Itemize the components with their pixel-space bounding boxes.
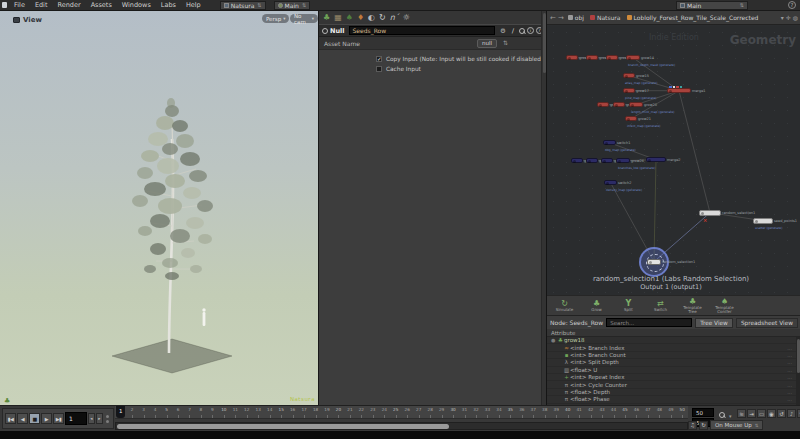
playhead-marker[interactable]: 1	[116, 406, 125, 418]
gear-icon[interactable]: ⚙	[499, 27, 507, 35]
recook-icon[interactable]: ↻	[379, 14, 386, 22]
help-icon[interactable]: ?	[788, 1, 796, 9]
geometry-icon[interactable]: ♠	[346, 14, 353, 22]
range-caret-icon[interactable]: ▾	[729, 413, 732, 419]
menu-assets[interactable]: Assets	[86, 1, 117, 9]
shelf-tool-switch[interactable]: ⇄Switch	[647, 297, 674, 314]
breadcrumb-natsura[interactable]: Natsura	[588, 12, 623, 23]
menu-file[interactable]: File	[9, 1, 30, 9]
right-pane-selector[interactable]: Main ⇅	[676, 1, 748, 10]
forward-arrow-icon[interactable]: →	[558, 14, 564, 22]
shelf-tool-grow[interactable]: ♣Grow	[583, 297, 610, 314]
current-frame-field[interactable]: 1	[65, 412, 87, 425]
row-options[interactable]: ...	[787, 389, 792, 395]
network-node-grow15[interactable]: grow15atlas_map (generate)	[623, 73, 635, 78]
tab-tree-view[interactable]: Tree View	[695, 318, 733, 328]
tab-spreadsheet-view[interactable]: Spreadsheet View	[736, 318, 798, 328]
attribute-row[interactable]: ▪<int> Branch Count...	[547, 352, 796, 359]
asset-name-button[interactable]: null	[477, 39, 497, 48]
timeline-scroll-track[interactable]	[115, 422, 688, 430]
viewport-view-menu[interactable]: View	[13, 16, 42, 24]
desktop-stepper-icon[interactable]: ⇅	[257, 2, 261, 8]
shelf-tool-split[interactable]: YSplit	[615, 297, 642, 314]
network-node-random_selection1[interactable]: random_selection1	[647, 259, 661, 265]
shelf-tool-template-tree[interactable]: ♣Template Tree	[679, 297, 706, 314]
network-node-grow21[interactable]: grow21infect_map (generate)	[625, 116, 637, 121]
network-node-grow26[interactable]: grow26branches_low (generate)	[616, 158, 630, 163]
network-node-switch2[interactable]: switch2density_map (generate)	[604, 180, 617, 185]
go-end-button[interactable]: ▶▮	[53, 413, 64, 424]
network-node-grow18[interactable]: grow18	[597, 102, 609, 107]
natsura-tree-icon[interactable]: ♣	[323, 14, 330, 22]
projection-button[interactable]: Persp ▾	[262, 14, 289, 23]
follow-playhead-icon[interactable]: ⇥	[747, 409, 756, 418]
menu-edit[interactable]: Edit	[30, 1, 53, 9]
refresh-icon[interactable]: ↻	[699, 421, 708, 430]
pen-icon[interactable]: /	[509, 27, 517, 35]
menu-windows[interactable]: Windows	[117, 1, 156, 9]
node-info-icon[interactable]: n´	[390, 14, 399, 22]
network-node-grow19[interactable]: grow19	[613, 102, 625, 107]
sim-cache-icon[interactable]: ≋	[737, 409, 746, 418]
network-editor[interactable]: Indie Edition Geometry grow11grow12grow1…	[547, 26, 800, 295]
network-node-grow11[interactable]: grow11	[566, 55, 578, 60]
attribute-row[interactable]: ▥<float> U...	[547, 367, 796, 374]
row-options[interactable]: ...	[787, 374, 792, 380]
attribute-row[interactable]: π<float> Depth...	[547, 389, 796, 396]
network-node-grow17[interactable]: grow17pine_map (generate)	[623, 88, 635, 93]
search-icon[interactable]	[519, 28, 525, 34]
breadcrumb-loblolly_forest_row_tile_scale_corrected[interactable]: Loblolly_Forest_Row_Tile_Scale_Corrected	[625, 12, 761, 23]
next-frame-button[interactable]: ▸	[96, 413, 103, 424]
speaker-icon[interactable]: ♫	[688, 421, 697, 430]
row-options[interactable]: ...	[787, 396, 792, 402]
attribute-scrollbar[interactable]	[796, 337, 800, 405]
camera-button[interactable]: No cam ▾	[290, 14, 318, 23]
update-mode-dropdown[interactable]: On Mouse Up ⇅	[710, 420, 763, 430]
row-options[interactable]: ...	[787, 382, 792, 388]
info-icon[interactable]: i	[527, 27, 534, 34]
back-arrow-icon[interactable]: ←	[550, 14, 556, 22]
network-node-merge2[interactable]: merge2	[646, 157, 666, 162]
prev-frame-button[interactable]: ◂	[88, 413, 95, 424]
go-start-button[interactable]: ▮◀	[5, 413, 16, 424]
menu-labs[interactable]: Labs	[156, 1, 181, 9]
checkbox-cache-input[interactable]	[376, 66, 382, 72]
asset-stepper-icon[interactable]: ⇅	[503, 39, 508, 46]
network-node-random_selection1[interactable]: random_selection1	[699, 210, 721, 216]
end-frame-field[interactable]: 50	[692, 408, 714, 417]
network-node-grow12[interactable]: grow12	[586, 55, 598, 60]
frame-ruler[interactable]: 1234567891011121314151617181920212223242…	[115, 406, 688, 419]
character-icon[interactable]: ♦	[357, 14, 364, 22]
attribute-row[interactable]: +<int> Repeat Index...	[547, 374, 796, 381]
timeline-scroll-thumb[interactable]	[117, 424, 449, 429]
caret-down-icon[interactable]: ▾	[781, 14, 784, 21]
scene-viewport[interactable]: View Persp ▾ No cam ▾ Natsura ♣	[0, 11, 318, 405]
dopnet-icon[interactable]: ▭	[757, 409, 766, 418]
network-node-grow23[interactable]: grow23	[571, 158, 583, 163]
stop-button[interactable]: ■	[29, 413, 40, 424]
network-node-grow24[interactable]: grow24	[586, 158, 598, 163]
menu-help[interactable]: Help	[181, 1, 206, 9]
loop-mode-icon[interactable]: ↺	[777, 409, 786, 418]
realtime-toggle-icon[interactable]: ◉	[767, 409, 776, 418]
network-node-grow14[interactable]: grow14branch_depth_mask (generate)	[626, 55, 640, 60]
node-name-field[interactable]: Seeds_Row	[349, 26, 495, 35]
pin-icon[interactable]: ✛	[786, 14, 791, 21]
desktop-selector[interactable]: Natsura ⇅	[220, 1, 266, 10]
network-node-switch1[interactable]: switch1dbg_map (generate)	[603, 140, 616, 145]
shelf-tool-simulate[interactable]: ↻Simulate	[551, 297, 578, 314]
shelf-tool-template-conifer[interactable]: ♠Template Conifer	[711, 297, 738, 314]
attribute-row[interactable]: π<int> Cycle Counter...	[547, 381, 796, 388]
menu-render[interactable]: Render	[52, 1, 85, 9]
render-view-icon[interactable]: ▦	[334, 14, 342, 22]
globe-icon[interactable]: ◍	[793, 14, 798, 21]
pane-selector[interactable]: Main ⇅	[274, 1, 311, 10]
breadcrumb-obj[interactable]: obj	[566, 12, 586, 23]
right-pane-stepper-icon[interactable]: ⇅	[740, 2, 744, 8]
attribute-search-input[interactable]: Search...	[606, 318, 692, 327]
audio-scrub-icon[interactable]: ♪	[787, 409, 796, 418]
range-zoom-icon[interactable]	[719, 412, 725, 418]
network-node-grow20[interactable]: grow20length_thick_map (generate)	[629, 102, 643, 107]
row-options[interactable]: ...	[787, 345, 792, 351]
attribute-row[interactable]: π<float> Phase...	[547, 396, 796, 403]
